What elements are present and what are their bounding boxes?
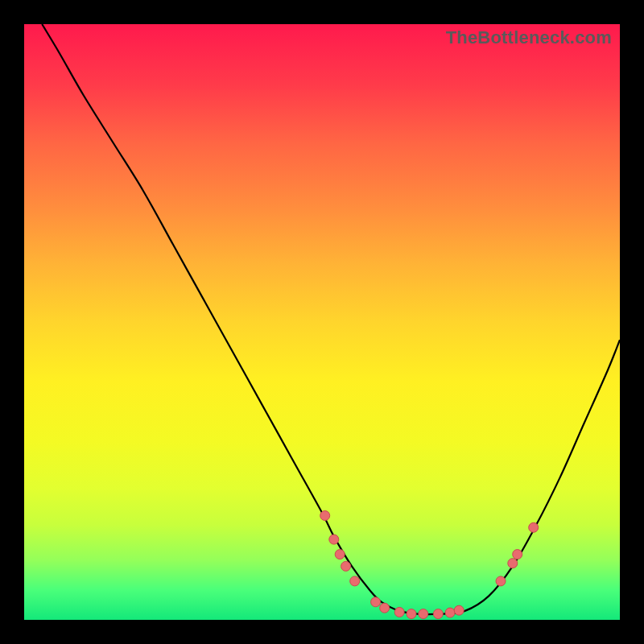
data-point (329, 535, 339, 544)
data-point (454, 605, 464, 615)
chart-frame: TheBottleneck.com (0, 0, 644, 644)
data-point (380, 603, 390, 613)
data-point (433, 609, 443, 619)
data-point (419, 609, 428, 619)
data-point (407, 609, 416, 619)
data-point (513, 550, 522, 559)
data-point (508, 559, 518, 568)
data-point (341, 561, 351, 571)
data-point (445, 608, 455, 617)
bottleneck-curve (24, 24, 620, 620)
data-point (335, 550, 345, 559)
data-point (394, 607, 404, 617)
plot-area: TheBottleneck.com (24, 24, 620, 620)
data-point (320, 511, 330, 521)
data-point (496, 576, 506, 586)
data-point (350, 576, 360, 586)
data-point (371, 597, 381, 607)
data-point (529, 522, 539, 532)
